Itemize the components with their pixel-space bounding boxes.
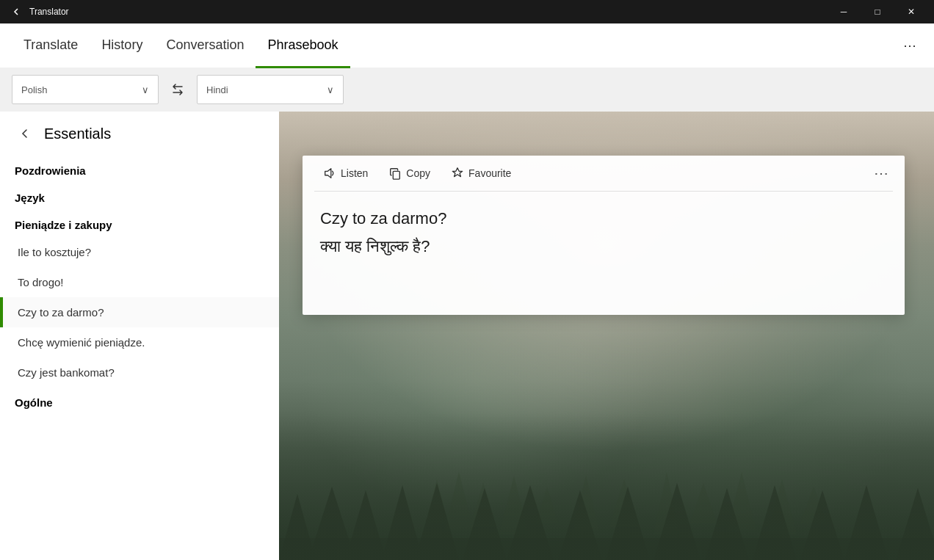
nav-item-conversation[interactable]: Conversation	[154, 23, 256, 68]
sidebar-item-1[interactable]: Ile to kosztuje?	[0, 237, 279, 267]
svg-marker-13	[308, 487, 355, 560]
svg-marker-7	[654, 472, 680, 534]
svg-marker-9	[727, 472, 756, 531]
svg-marker-18	[507, 485, 554, 560]
close-button[interactable]: ✕	[894, 0, 928, 23]
nav-bar: Translate History Conversation Phraseboo…	[0, 23, 934, 68]
svg-marker-23	[753, 485, 797, 560]
section-title-jezyk: Język	[0, 183, 279, 210]
svg-marker-3	[499, 476, 529, 534]
app-title: Translator	[29, 7, 827, 17]
swap-languages-button[interactable]	[164, 76, 191, 103]
source-text: Czy to za darmo?	[320, 209, 887, 228]
svg-marker-24	[800, 490, 844, 560]
nav-item-phrasebook[interactable]: Phrasebook	[256, 23, 350, 68]
sidebar-item-3[interactable]: Czy to za darmo?	[0, 297, 279, 327]
svg-marker-11	[800, 487, 827, 523]
svg-marker-8	[690, 483, 717, 523]
svg-marker-2	[470, 483, 496, 527]
svg-marker-12	[279, 494, 316, 560]
card-content: Czy to za darmo? क्या यह निशुल्क है?	[303, 192, 905, 315]
svg-rect-27	[279, 538, 934, 560]
main-content: Essentials Pozdrowienia Język Pieniądze …	[0, 112, 934, 560]
language-bar: Polish ∨ Hindi ∨	[0, 68, 934, 112]
title-bar-back-button[interactable]	[6, 1, 26, 22]
svg-marker-17	[463, 488, 507, 560]
svg-marker-15	[382, 485, 423, 560]
svg-marker-0	[426, 479, 448, 523]
sidebar-item-5[interactable]: Czy jest bankomat?	[0, 357, 279, 388]
nav-item-history[interactable]: History	[90, 23, 154, 68]
svg-marker-16	[415, 483, 459, 560]
svg-marker-14	[345, 490, 386, 560]
nav-item-translate[interactable]: Translate	[12, 23, 90, 68]
window-controls: ─ □ ✕	[827, 0, 928, 23]
svg-marker-22	[705, 488, 749, 560]
listen-button[interactable]: Listen	[314, 162, 377, 184]
background-area: Listen Copy Favourite ⋯	[279, 112, 934, 560]
maximize-button[interactable]: □	[861, 0, 894, 23]
sidebar-back-button[interactable]	[15, 123, 35, 144]
svg-rect-28	[394, 171, 400, 179]
svg-marker-19	[558, 490, 602, 560]
sidebar-header: Essentials	[0, 112, 279, 156]
svg-marker-6	[609, 479, 639, 527]
svg-marker-5	[573, 476, 599, 531]
sidebar-item-2[interactable]: To drogo!	[0, 267, 279, 297]
sidebar: Essentials Pozdrowienia Język Pieniądze …	[0, 112, 279, 560]
favourite-button[interactable]: Favourite	[442, 162, 520, 184]
nav-more-button[interactable]: ⋯	[897, 23, 922, 68]
card-more-button[interactable]: ⋯	[869, 161, 893, 185]
section-title-pieniadze: Pieniądze i zakupy	[0, 210, 279, 237]
svg-marker-20	[606, 487, 650, 560]
title-bar: Translator ─ □ ✕	[0, 0, 934, 23]
copy-button[interactable]: Copy	[380, 162, 439, 184]
source-language-select[interactable]: Polish ∨	[12, 75, 159, 104]
svg-marker-1	[444, 472, 474, 531]
svg-marker-4	[536, 487, 558, 523]
sidebar-item-4[interactable]: Chcę wymienić pieniądze.	[0, 327, 279, 357]
sidebar-title: Essentials	[44, 126, 111, 142]
svg-marker-26	[896, 488, 934, 560]
section-title-ogolne: Ogólne	[0, 388, 279, 415]
svg-marker-21	[654, 483, 700, 560]
target-language-select[interactable]: Hindi ∨	[197, 75, 344, 104]
card-toolbar: Listen Copy Favourite ⋯	[303, 156, 905, 191]
minimize-button[interactable]: ─	[827, 0, 861, 23]
svg-marker-10	[767, 479, 797, 534]
svg-marker-25	[844, 485, 888, 560]
section-title-pozdrowienia: Pozdrowienia	[0, 156, 279, 183]
translated-text: क्या यह निशुल्क है?	[320, 237, 887, 256]
translation-card: Listen Copy Favourite ⋯	[303, 156, 905, 315]
